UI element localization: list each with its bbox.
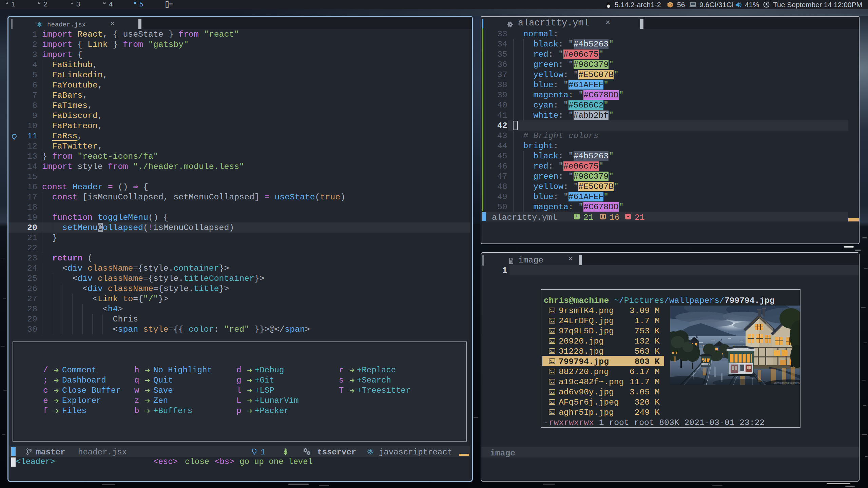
svg-text:www.DesktopBackground.org: www.DesktopBackground.org bbox=[774, 381, 800, 384]
